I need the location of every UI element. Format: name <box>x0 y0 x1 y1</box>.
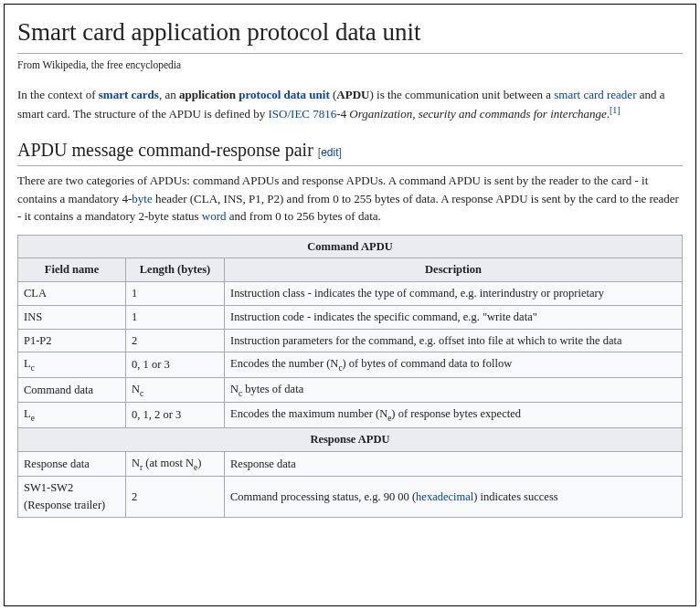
command-apdu-header: Command APDU <box>18 235 683 258</box>
table-row: P1-P22Instruction parameters for the com… <box>18 329 683 352</box>
table-row: Command data Nc Nc bytes of data <box>18 377 683 403</box>
link-hexadecimal[interactable]: hexadecimal <box>416 490 473 503</box>
col-description: Description <box>225 258 683 282</box>
section-paragraph: There are two categories of APDUs: comma… <box>17 172 683 226</box>
article-frame: { "title": "Smart card application proto… <box>4 4 696 606</box>
link-byte[interactable]: byte <box>132 192 152 205</box>
col-field-name: Field name <box>18 258 126 282</box>
link-word[interactable]: word <box>202 209 227 223</box>
table-row: SW1-SW2 (Response trailer) 2 Command pro… <box>18 477 683 518</box>
reference-1[interactable]: [1] <box>610 105 620 115</box>
link-pdu[interactable]: protocol data unit <box>239 88 329 101</box>
subtitle: From Wikipedia, the free encyclopedia <box>17 58 683 73</box>
table-row: Le 0, 1, 2 or 3 Encodes the maximum numb… <box>18 403 683 428</box>
link-smart-card-reader[interactable]: smart card reader <box>554 88 636 101</box>
apdu-table: Command APDU Field name Length (bytes) D… <box>17 235 683 518</box>
col-length: Length (bytes) <box>126 258 225 282</box>
table-row: Response data Nr (at most Ne) Response d… <box>18 451 683 477</box>
edit-section: [edit] <box>318 146 342 159</box>
response-apdu-header: Response APDU <box>18 428 683 452</box>
section-heading: APDU message command-response pair [edit… <box>17 136 683 166</box>
link-iso-iec-7816[interactable]: ISO/IEC 7816 <box>269 108 337 121</box>
table-row: CLA1Instruction class - indicates the ty… <box>18 282 683 306</box>
table-row: INS1Instruction code - indicates the spe… <box>18 305 683 329</box>
page-title: Smart card application protocol data uni… <box>17 14 683 54</box>
table-row: Lc 0, 1 or 3 Encodes the number (Nc) of … <box>18 352 683 378</box>
edit-link[interactable]: edit <box>321 146 338 159</box>
intro-paragraph: In the context of smart cards, an applic… <box>17 86 683 123</box>
link-smart-cards[interactable]: smart cards <box>99 88 159 101</box>
